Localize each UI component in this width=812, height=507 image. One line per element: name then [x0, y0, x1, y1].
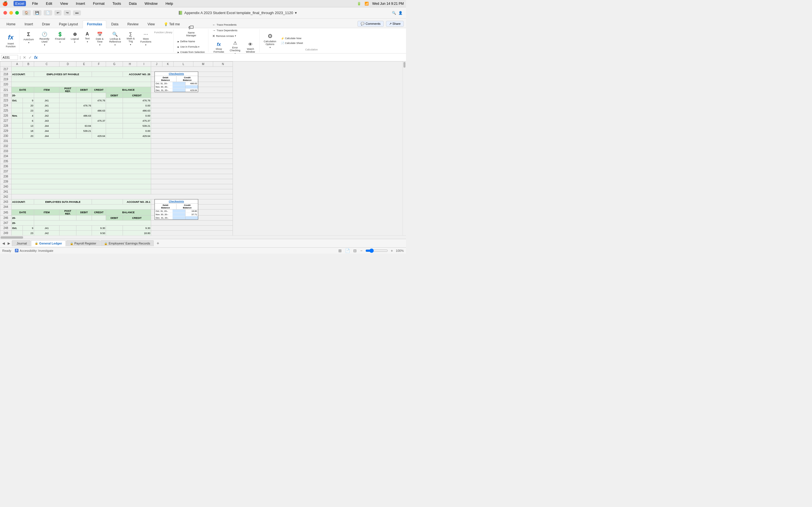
sheet-nav-prev[interactable]: ◀ — [1, 240, 6, 246]
accessibility-status[interactable]: ♿ Accessibility: Investigate — [15, 249, 53, 252]
item-226[interactable]: J42 — [34, 113, 59, 118]
search-icon[interactable]: 🔍 — [392, 11, 396, 15]
bal-credit-229[interactable]: 0.00 — [123, 128, 151, 133]
redo-button[interactable]: ↪ — [64, 10, 71, 15]
menu-help[interactable]: Help — [164, 1, 175, 6]
add-sheet-button[interactable]: + — [154, 240, 161, 247]
debit-228[interactable]: 63.84 — [77, 123, 92, 128]
item-230[interactable]: J44 — [34, 133, 59, 138]
bal-credit-225[interactable]: 486.63 — [123, 108, 151, 113]
normal-view-button[interactable]: ⊞ — [338, 248, 342, 253]
math-trig-button[interactable]: ∑ Math &Trig ▾ — [124, 31, 137, 47]
day-227[interactable]: 6 — [23, 118, 34, 123]
logical-button[interactable]: ⊕ Logical ▾ — [68, 31, 81, 45]
row-header-224[interactable]: 224 — [0, 103, 11, 108]
col-header-g[interactable]: G — [106, 62, 123, 67]
save-button[interactable]: 💾 — [33, 10, 42, 15]
tab-home[interactable]: Home — [2, 20, 20, 28]
col-header-l[interactable]: L — [174, 62, 193, 67]
undo-button[interactable]: ↩ — [54, 10, 61, 15]
share-icon[interactable]: 👤 — [398, 11, 403, 15]
item-227[interactable]: J43 — [34, 118, 59, 123]
row-header-218[interactable]: 218 — [0, 72, 11, 77]
name-manager-button[interactable]: 🏷 NameManager — [176, 23, 206, 38]
row-header-226[interactable]: 226 — [0, 113, 11, 118]
bal-credit-227[interactable]: 475.37 — [123, 118, 151, 123]
col-header-j[interactable]: J — [151, 62, 162, 67]
calculate-now-button[interactable]: ⚡Calculate Now — [280, 36, 304, 41]
day-223[interactable]: 9 — [23, 98, 34, 103]
vertical-scrollbar[interactable] — [403, 61, 406, 235]
menu-edit[interactable]: Edit — [44, 1, 54, 6]
use-in-formula-button[interactable]: ▸Use in Formula▾ — [176, 45, 206, 49]
row-header-228[interactable]: 228 — [0, 123, 11, 128]
row-header-222[interactable]: 222 — [0, 93, 11, 98]
row-header-225[interactable]: 225 — [0, 108, 11, 113]
row-header-221[interactable]: 221 — [0, 87, 11, 93]
credit-230[interactable]: 429.64 — [92, 133, 106, 138]
month-223[interactable]: Oct. — [11, 98, 23, 103]
credit-225[interactable]: 486.63 — [92, 108, 106, 113]
close-button[interactable] — [3, 11, 7, 15]
trace-dependents-button[interactable]: →Trace Dependents — [211, 28, 257, 33]
menu-data[interactable]: Data — [127, 1, 138, 6]
spreadsheet-scroll[interactable]: A B C D E F G H I J K L M N — [0, 61, 403, 235]
apple-menu[interactable]: 🍎 — [2, 1, 8, 6]
day-226[interactable]: 4 — [23, 113, 34, 118]
col-header-d[interactable]: D — [59, 62, 77, 67]
row-header-229[interactable]: 229 — [0, 128, 11, 133]
tab-page-layout[interactable]: Page Layout — [55, 20, 82, 28]
debit-224[interactable]: 476.76 — [77, 103, 92, 108]
save-copy-button[interactable]: 📄 — [44, 10, 52, 15]
sheet-tab-general-ledger[interactable]: 🔒 General Ledger — [31, 240, 66, 246]
tab-insert[interactable]: Insert — [20, 20, 37, 28]
row-header-220[interactable]: 220 — [0, 82, 11, 87]
home-button[interactable]: 🏠 — [22, 10, 31, 15]
bal-credit-226[interactable]: 0.00 — [123, 113, 151, 118]
month-226[interactable]: Nov. — [11, 113, 23, 118]
remove-arrows-button[interactable]: ✕Remove Arrows▾ — [211, 34, 257, 39]
sheet-tab-payroll[interactable]: 🔒 Payroll Register — [66, 240, 100, 246]
col-header-b[interactable]: B — [23, 62, 34, 67]
formula-confirm-icon[interactable]: ✓ — [28, 55, 33, 60]
col-header-c[interactable]: C — [34, 62, 59, 67]
debit-223[interactable] — [77, 98, 92, 103]
debit-226[interactable]: 486.63 — [77, 113, 92, 118]
define-name-button[interactable]: ▸Define Name — [176, 39, 206, 44]
menu-file[interactable]: File — [31, 1, 40, 6]
horizontal-scrollbar[interactable] — [0, 235, 406, 239]
dropdown-icon[interactable]: ▾ — [295, 11, 297, 15]
text-button[interactable]: A Text ▾ — [82, 31, 93, 44]
day-224[interactable]: 20 — [23, 103, 34, 108]
minimize-button[interactable] — [9, 11, 13, 15]
financial-button[interactable]: 💲 Financial ▾ — [53, 31, 67, 45]
row-header-223[interactable]: 223 — [0, 98, 11, 103]
page-break-view-button[interactable]: ⊟ — [353, 248, 357, 253]
col-header-f[interactable]: F — [92, 62, 106, 67]
credit-223[interactable]: 476.76 — [92, 98, 106, 103]
sheet-tab-earnings[interactable]: 🔒 Employees' Earnings Records — [100, 240, 154, 246]
zoom-out-button[interactable]: − — [359, 248, 363, 253]
maximize-button[interactable] — [15, 11, 19, 15]
day-230[interactable]: 20 — [23, 133, 34, 138]
formula-insert-icon[interactable]: fx — [34, 55, 38, 60]
lookup-reference-button[interactable]: 🔍 Lookup &Reference ▾ — [107, 31, 123, 47]
item-228[interactable]: J44 — [34, 123, 59, 128]
menu-view[interactable]: View — [58, 1, 70, 6]
col-header-k[interactable]: K — [162, 62, 174, 67]
bal-credit-228[interactable]: 539.21 — [123, 123, 151, 128]
bal-credit-230[interactable]: 429.64 — [123, 133, 151, 138]
credit-227[interactable]: 475.37 — [92, 118, 106, 123]
item-224[interactable]: J41 — [34, 103, 59, 108]
row-header-230[interactable]: 230 — [0, 133, 11, 138]
row-header-219[interactable]: 219 — [0, 77, 11, 82]
menu-format[interactable]: Format — [91, 1, 106, 6]
sheet-tab-journal[interactable]: Journal — [12, 240, 31, 246]
comments-button[interactable]: 💬 Comments — [357, 21, 384, 27]
row-header-245[interactable]: 245 — [0, 210, 11, 216]
tab-formulas[interactable]: Formulas — [83, 20, 106, 28]
col-header-a[interactable]: A — [11, 62, 23, 67]
more-button[interactable]: ••• — [73, 10, 81, 15]
col-header-m[interactable]: M — [193, 62, 213, 67]
postref-223[interactable] — [59, 98, 77, 103]
